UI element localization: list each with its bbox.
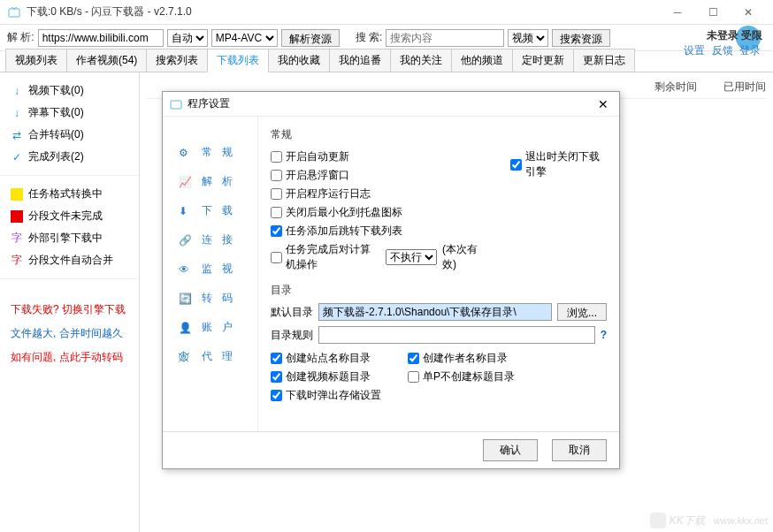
dialog-titlebar: 程序设置 ✕ [163, 92, 619, 117]
window-title: 下载:0 KB/s - 闪豆下载器 - v2.7.1.0 [27, 4, 660, 19]
sidebar-icon: ↓ [11, 85, 23, 97]
svg-rect-1 [171, 101, 181, 109]
legend-row-3: 字分段文件自动合并 [11, 249, 128, 271]
col-elapsed: 已用时间 [723, 80, 766, 95]
sidebar: ↓视频下载(0)↓弹幕下载(0)⇄合并转码(0)✓完成列表(2) 任务格式转换中… [0, 72, 140, 532]
dir-heading: 目录 [271, 283, 607, 298]
tab-4[interactable]: 我的收藏 [268, 49, 330, 72]
legend-char-icon: 字 [11, 253, 23, 268]
settings-nav-chart[interactable]: 📈解 析 [163, 167, 257, 196]
tab-3[interactable]: 下载列表 [207, 49, 269, 72]
chk-auto-update[interactable]: 开启自动更新 [271, 148, 484, 166]
tab-9[interactable]: 更新日志 [573, 49, 635, 72]
post-action-select[interactable]: 不执行 [386, 249, 437, 265]
settings-pane: 常规 开启自动更新 开启悬浮窗口 开启程序运行日志 关闭后最小化到托盘图标 任务… [258, 117, 619, 431]
note-size: 文件越大, 合并时间越久 [11, 326, 128, 341]
refresh-icon: 🔄 [179, 293, 193, 305]
tab-6[interactable]: 我的关注 [390, 49, 452, 72]
url-input[interactable] [38, 29, 164, 47]
chk-site-dir[interactable]: 创建站点名称目录 [271, 349, 381, 368]
default-dir-input[interactable] [318, 303, 552, 321]
svg-rect-0 [9, 9, 19, 17]
settings-nav-refresh[interactable]: 🔄转 码 [163, 284, 257, 313]
legend-row-1: 分段文件未完成 [11, 205, 128, 227]
dialog-close-icon[interactable]: ✕ [594, 97, 612, 111]
tab-8[interactable]: 定时更新 [512, 49, 574, 72]
sidebar-item-2[interactable]: ⇄合并转码(0) [0, 124, 139, 146]
search-label: 搜 索: [356, 30, 383, 45]
user-icon: 👤 [179, 322, 193, 334]
sidebar-icon: ⇄ [11, 129, 23, 141]
network-icon: 🕸 [179, 351, 193, 363]
help-icon[interactable]: ? [601, 329, 607, 341]
chk-post-action[interactable]: 任务完成后对计算机操作 [271, 240, 380, 274]
watermark-logo-icon [650, 513, 666, 528]
login-status: 未登录 受限 [682, 28, 762, 43]
tab-2[interactable]: 搜索列表 [146, 49, 208, 72]
col-remaining: 剩余时间 [654, 80, 697, 95]
chart-icon: 📈 [179, 176, 193, 188]
legend-swatch-icon [11, 210, 23, 223]
cancel-button[interactable]: 取消 [552, 439, 607, 461]
sidebar-icon: ↓ [11, 107, 23, 119]
note-manual[interactable]: 如有问题, 点此手动转码 [11, 350, 128, 365]
general-heading: 常规 [271, 127, 607, 142]
search-input[interactable] [386, 29, 504, 47]
chk-float-window[interactable]: 开启悬浮窗口 [271, 166, 484, 185]
parse-button[interactable]: 解析资源 [281, 29, 340, 47]
maximize-button[interactable]: ☐ [695, 0, 731, 25]
settings-nav-eye[interactable]: 👁监 视 [163, 255, 257, 284]
app-icon [7, 5, 21, 19]
settings-nav: ⚙常 规📈解 析⬇下 载🔗连 接👁监 视🔄转 码👤账 户🕸代 理 [163, 117, 258, 431]
legend-row-0: 任务格式转换中 [11, 183, 128, 205]
settings-nav-link[interactable]: 🔗连 接 [163, 225, 257, 255]
dialog-footer: 确认 取消 [163, 431, 619, 468]
browse-button[interactable]: 浏览... [557, 303, 607, 321]
default-dir-label: 默认目录 [271, 305, 313, 320]
chk-run-log[interactable]: 开启程序运行日志 [271, 185, 484, 203]
search-button[interactable]: 搜索资源 [552, 29, 610, 47]
chk-exit-close[interactable]: 退出时关闭下载引擎 [510, 148, 607, 181]
chk-jump-list[interactable]: 任务添加后跳转下载列表 [271, 222, 484, 240]
settings-nav-download[interactable]: ⬇下 载 [163, 196, 257, 225]
tab-7[interactable]: 他的频道 [451, 49, 513, 72]
main-toolbar: 解 析: 自动 MP4-AVC 解析资源 搜 索: 视频 搜索资源 [0, 25, 773, 51]
parse-label: 解 析: [7, 30, 34, 45]
minimize-button[interactable]: ─ [660, 0, 695, 25]
tab-5[interactable]: 我的追番 [329, 49, 391, 72]
tab-1[interactable]: 作者视频(54) [66, 49, 147, 72]
close-button[interactable]: ✕ [731, 0, 766, 25]
download-icon: ⬇ [179, 205, 193, 217]
settings-nav-gear[interactable]: ⚙常 规 [163, 138, 257, 167]
sidebar-item-0[interactable]: ↓视频下载(0) [0, 80, 139, 102]
settings-nav-network[interactable]: 🕸代 理 [163, 342, 257, 371]
sidebar-item-1[interactable]: ↓弹幕下载(0) [0, 102, 139, 124]
codec-select[interactable]: MP4-AVC [211, 29, 278, 47]
settings-link[interactable]: 设置 [684, 44, 705, 57]
chk-popup[interactable]: 下载时弹出存储设置 [271, 386, 381, 405]
search-type-select[interactable]: 视频 [508, 29, 548, 47]
login-link[interactable]: 登录 [739, 44, 761, 57]
link-icon: 🔗 [179, 234, 193, 247]
dir-rule-label: 目录规则 [271, 328, 313, 343]
window-titlebar: 下载:0 KB/s - 闪豆下载器 - v2.7.1.0 ─ ☐ ✕ [0, 0, 773, 25]
chk-min-tray[interactable]: 关闭后最小化到托盘图标 [271, 203, 484, 222]
gear-icon: ⚙ [179, 147, 193, 159]
legend-row-2: 字外部引擎下载中 [11, 227, 128, 249]
auto-select[interactable]: 自动 [167, 29, 208, 47]
dir-rule-input[interactable] [318, 326, 595, 344]
main-tabs: 视频列表作者视频(54)搜索列表下载列表我的收藏我的追番我的关注他的频道定时更新… [0, 51, 773, 72]
settings-nav-user[interactable]: 👤账 户 [163, 313, 257, 342]
chk-title-dir[interactable]: 创建视频标题目录 [271, 368, 381, 386]
chk-single-p[interactable]: 单P不创建标题目录 [408, 368, 515, 386]
post-action-note: (本次有效) [442, 242, 484, 272]
note-fail[interactable]: 下载失败? 切换引擎下载 [11, 302, 128, 317]
sidebar-item-3[interactable]: ✓完成列表(2) [0, 146, 139, 168]
sidebar-icon: ✓ [11, 151, 23, 163]
chk-author-dir[interactable]: 创建作者名称目录 [408, 349, 515, 368]
feedback-link[interactable]: 反馈 [712, 44, 733, 57]
dialog-icon [170, 98, 182, 110]
ok-button[interactable]: 确认 [483, 439, 538, 461]
settings-dialog: 程序设置 ✕ ⚙常 规📈解 析⬇下 载🔗连 接👁监 视🔄转 码👤账 户🕸代 理 … [162, 91, 620, 469]
tab-0[interactable]: 视频列表 [5, 49, 67, 72]
